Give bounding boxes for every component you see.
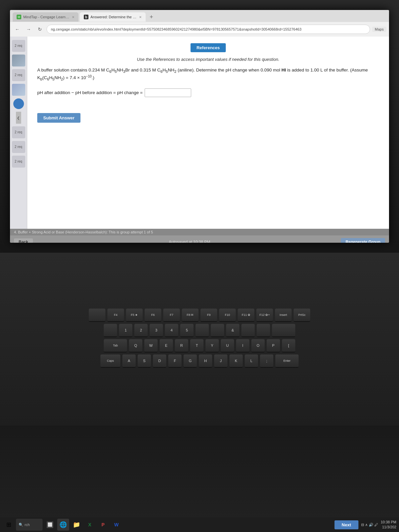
key-prtscrn[interactable]: PrtSc — [294, 309, 310, 322]
key-bracket-left[interactable]: [ — [282, 339, 295, 352]
taskbar-chrome[interactable]: 🌐 — [57, 519, 69, 531]
key-l[interactable]: L — [245, 354, 258, 368]
taskbar-excel[interactable]: X — [84, 519, 96, 531]
key-1[interactable]: 1 — [119, 324, 132, 337]
key-f12[interactable]: F12 ✿+ — [256, 309, 273, 322]
key-esc[interactable] — [89, 309, 105, 322]
key-tab[interactable]: Tab — [104, 339, 127, 352]
browser-nav: ← → ↻ ng.cengage.com/static/nb/ui/evo/in… — [10, 22, 389, 37]
key-k[interactable]: K — [229, 354, 243, 368]
page-content: 2 req 2 req ❮ 2 req 2 req — [10, 37, 389, 229]
taskbar-files[interactable]: 📁 — [70, 519, 82, 531]
back-button[interactable]: Back — [14, 238, 33, 243]
references-button[interactable]: References — [191, 43, 226, 52]
autosave-text: Autosaved at 10:38 PM — [41, 240, 338, 243]
key-e[interactable]: E — [160, 339, 173, 352]
key-f4[interactable]: F4 — [107, 309, 124, 322]
question-section-bar: 4. Buffer + Strong Acid or Base (Henders… — [10, 229, 389, 235]
key-r[interactable]: R — [175, 339, 188, 352]
forward-button[interactable]: → — [24, 25, 33, 34]
collapse-sidebar-btn[interactable]: ❮ — [16, 112, 21, 124]
key-f10[interactable]: F10 — [219, 309, 236, 322]
key-h[interactable]: H — [199, 354, 212, 368]
sidebar-item-6[interactable]: 2 req — [12, 126, 25, 138]
laptop-body: M MindTap - Cengage Learning ✕ b Answere… — [0, 0, 399, 532]
refresh-button[interactable]: ↻ — [35, 25, 45, 34]
sidebar-item-1[interactable]: 2 req — [12, 40, 25, 52]
key-enter[interactable]: Enter — [275, 354, 299, 368]
key-d[interactable]: D — [153, 354, 166, 368]
sidebar-item-1-label: 2 req — [15, 44, 22, 48]
key-f11[interactable]: F11 ✿ — [238, 309, 254, 322]
regenerate-group-button[interactable]: Regenerate Group — [341, 238, 385, 243]
key-backspace[interactable] — [272, 324, 295, 337]
sidebar-item-2[interactable] — [12, 55, 25, 66]
key-insert[interactable]: Insert — [275, 309, 292, 322]
key-capslock[interactable]: Caps — [100, 354, 120, 368]
key-5[interactable]: 5 — [180, 324, 194, 337]
key-i[interactable]: I — [236, 339, 249, 352]
tab-answered-close[interactable]: ✕ — [139, 15, 142, 19]
tab-answered[interactable]: b Answered: Determine the pH du ✕ — [80, 12, 146, 22]
tab-mindtap-label: MindTap - Cengage Learning — [23, 15, 70, 19]
key-3[interactable]: 3 — [150, 324, 163, 337]
key-q[interactable]: Q — [129, 339, 142, 352]
key-u[interactable]: U — [221, 339, 234, 352]
sidebar-item-7-label: 2 req — [15, 145, 22, 149]
taskbar-explorer[interactable]: 🔲 — [44, 519, 56, 531]
maps-tab[interactable]: Maps — [372, 27, 386, 32]
sidebar: 2 req 2 req ❮ 2 req 2 req — [10, 37, 27, 229]
back-button[interactable]: ← — [13, 25, 22, 34]
key-semicolon[interactable]: ; — [260, 354, 273, 368]
sidebar-item-4[interactable] — [12, 84, 25, 96]
new-tab-button[interactable]: + — [147, 14, 156, 21]
key-y[interactable]: Y — [205, 339, 219, 352]
key-9[interactable] — [241, 324, 255, 337]
key-f5[interactable]: F5 ★ — [126, 309, 143, 322]
key-tilde[interactable] — [104, 324, 117, 337]
tab-mindtap[interactable]: M MindTap - Cengage Learning ✕ — [13, 12, 78, 22]
tray-icons: ⊟ ∧ 🔊 🖊 — [361, 523, 378, 527]
submit-button[interactable]: Submit Answer — [37, 113, 80, 123]
key-t[interactable]: T — [190, 339, 203, 352]
key-a[interactable]: A — [122, 354, 136, 368]
key-f9[interactable]: F9 — [200, 309, 217, 322]
start-menu-icon[interactable]: ⊞ — [3, 519, 15, 531]
answered-favicon: b — [84, 15, 88, 19]
key-s[interactable]: S — [138, 354, 151, 368]
key-p[interactable]: P — [267, 339, 280, 352]
address-bar[interactable]: ng.cengage.com/static/nb/ui/evo/index.ht… — [47, 25, 370, 34]
question-body: A buffer solution contains 0.234 M C6H5N… — [37, 66, 379, 82]
key-f6[interactable]: F6 — [145, 309, 161, 322]
taskbar-word[interactable]: W — [110, 519, 122, 531]
key-f8[interactable]: F8 ✉ — [182, 309, 199, 322]
sidebar-item-8[interactable]: 2 req — [12, 156, 25, 168]
browser-chrome: M MindTap - Cengage Learning ✕ b Answere… — [10, 10, 389, 37]
answer-input[interactable] — [145, 88, 191, 97]
key-4[interactable]: 4 — [165, 324, 178, 337]
key-g[interactable]: G — [184, 354, 197, 368]
key-f7[interactable]: F7 — [163, 309, 180, 322]
taskbar-right: Next ⊟ ∧ 🔊 🖊 10:38 PM 11/3/202 — [334, 520, 396, 530]
key-8[interactable]: & — [226, 324, 239, 337]
tab-mindtap-close[interactable]: ✕ — [72, 15, 74, 19]
key-j[interactable]: J — [214, 354, 227, 368]
key-7[interactable] — [211, 324, 224, 337]
next-button[interactable]: Next — [334, 520, 358, 529]
key-o[interactable]: O — [251, 339, 265, 352]
sidebar-item-5[interactable] — [13, 98, 24, 109]
key-f[interactable]: F — [168, 354, 182, 368]
equation-text: pH after addition − pH before addition =… — [37, 90, 143, 95]
date: 11/3/202 — [381, 525, 396, 530]
alpha-row-1: Tab Q W E R T Y U I O P [ — [104, 339, 295, 352]
sidebar-item-7[interactable]: 2 req — [12, 141, 25, 153]
key-2[interactable]: 2 — [134, 324, 148, 337]
key-w[interactable]: W — [144, 339, 158, 352]
taskbar-powerpoint[interactable]: P — [97, 519, 109, 531]
search-taskbar[interactable]: 🔍 rch — [16, 519, 43, 531]
taskbar: ⊞ 🔍 rch 🔲 🌐 📁 X P W Next ⊟ ∧ 🔊 🖊 — [0, 517, 399, 532]
sidebar-item-3[interactable]: 2 req — [12, 69, 25, 81]
mindtap-favicon: M — [17, 15, 21, 19]
key-6[interactable] — [196, 324, 209, 337]
key-0[interactable] — [257, 324, 270, 337]
